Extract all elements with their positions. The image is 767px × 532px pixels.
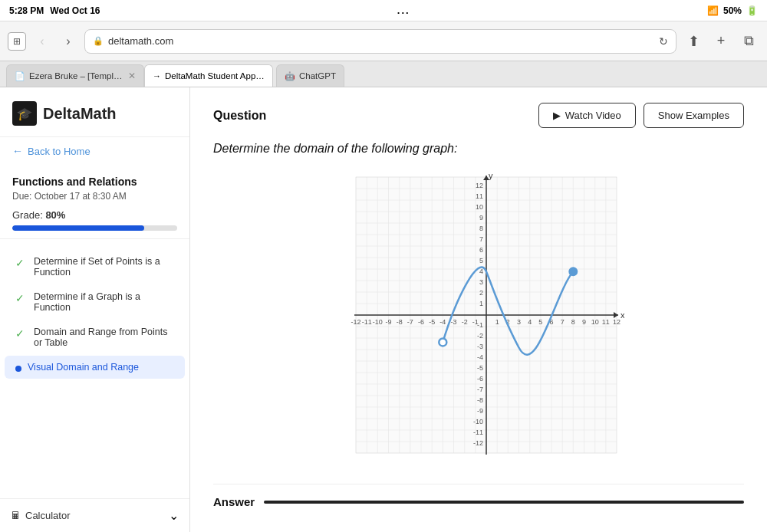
tab-close-genghis[interactable]: ✕ [128, 71, 136, 81]
svg-text:3: 3 [517, 318, 521, 326]
tab-deltamath[interactable]: → DeltaMath Student Application [144, 64, 273, 87]
back-nav-button[interactable]: ‹ [32, 31, 52, 51]
svg-text:-2: -2 [477, 332, 483, 340]
content-area: Question ▶ Watch Video Show Examples Det… [190, 87, 767, 532]
watch-video-label: Watch Video [565, 110, 621, 121]
svg-text:-6: -6 [477, 375, 483, 383]
tab-label-deltamath: DeltaMath Student Application [165, 71, 265, 80]
sidebar-item-graph-function[interactable]: ✓ Determine if a Graph is a Function [5, 285, 185, 319]
progress-bar-fill [12, 225, 144, 231]
svg-text:3: 3 [479, 278, 483, 286]
address-bar[interactable]: 🔒 deltamath.com ↻ [84, 29, 676, 54]
sidebar-logo: 🎓 DeltaMath [0, 87, 189, 137]
sidebar-toggle-icon: ⊞ [13, 36, 21, 47]
svg-text:-3: -3 [450, 318, 456, 326]
back-to-home-link[interactable]: ← Back to Home [0, 137, 189, 165]
forward-nav-button[interactable]: › [58, 31, 78, 51]
svg-text:4: 4 [528, 318, 532, 326]
svg-text:5: 5 [479, 257, 483, 264]
status-ellipsis: ... [397, 5, 410, 16]
watch-video-button[interactable]: ▶ Watch Video [538, 103, 636, 128]
answer-input-bar [264, 501, 744, 504]
svg-text:-9: -9 [385, 318, 391, 326]
nav-label-3: Domain and Range from Points or Table [34, 327, 174, 348]
tab-genghis[interactable]: 📄 Ezera Bruke – [Template] Genghis Khan … [6, 64, 144, 87]
nav-label-2: Determine if a Graph is a Function [34, 291, 174, 313]
calculator-text: Calculator [25, 510, 71, 521]
tab-favicon-chatgpt: 🤖 [285, 71, 295, 81]
tab-favicon-genghis: 📄 [15, 71, 25, 81]
svg-text:-4: -4 [439, 318, 446, 326]
back-arrow-icon: ← [12, 145, 23, 157]
svg-text:-9: -9 [477, 407, 483, 415]
question-text: Determine the domain of the following gr… [213, 142, 744, 156]
share-button[interactable]: ⬆ [683, 31, 704, 52]
x-axis-label: x [621, 310, 624, 320]
svg-text:-7: -7 [407, 318, 413, 326]
reload-button[interactable]: ↻ [659, 35, 668, 48]
svg-text:-7: -7 [477, 386, 483, 393]
svg-text:10: 10 [476, 203, 483, 211]
svg-text:-1: -1 [477, 321, 483, 329]
svg-text:-4: -4 [477, 353, 483, 361]
status-bar: 5:28 PM Wed Oct 16 ... 📶 50% 🔋 [0, 0, 767, 21]
add-tab-button[interactable]: + [710, 31, 732, 52]
nav-label-4: Visual Domain and Range [28, 362, 139, 373]
sidebar-item-domain-range-points[interactable]: ✓ Domain and Range from Points or Table [5, 320, 185, 354]
tabs-button[interactable]: ⧉ [738, 31, 759, 52]
question-header: Question ▶ Watch Video Show Examples [213, 103, 744, 128]
svg-text:1: 1 [495, 318, 499, 326]
svg-text:10: 10 [591, 318, 599, 326]
svg-text:2: 2 [479, 289, 483, 297]
status-left: 5:28 PM Wed Oct 16 [9, 5, 100, 16]
svg-text:-12: -12 [351, 318, 360, 326]
svg-text:7: 7 [479, 235, 483, 243]
svg-text:12: 12 [613, 318, 621, 326]
svg-text:9: 9 [582, 318, 586, 326]
tab-favicon-deltamath: → [153, 71, 161, 80]
day: Wed Oct 16 [50, 5, 100, 16]
mortarboard-icon: 🎓 [17, 107, 32, 121]
nav-items: ✓ Determine if Set of Points is a Functi… [0, 239, 189, 498]
sidebar-toggle-button[interactable]: ⊞ [8, 32, 26, 51]
browser-actions: ⬆ + ⧉ [683, 31, 759, 52]
tab-label-genghis: Ezera Bruke – [Template] Genghis Khan Go… [29, 71, 124, 80]
battery-icon: 🔋 [746, 5, 758, 16]
header-buttons: ▶ Watch Video Show Examples [538, 103, 744, 128]
svg-text:-5: -5 [477, 364, 483, 372]
svg-text:8: 8 [571, 318, 575, 326]
calculator-label: 🖩 Calculator [11, 510, 71, 521]
main-layout: 🎓 DeltaMath ← Back to Home Functions and… [0, 87, 767, 532]
due-date: Due: October 17 at 8:30 AM [12, 191, 177, 202]
show-examples-button[interactable]: Show Examples [644, 103, 744, 128]
svg-text:-8: -8 [477, 396, 483, 404]
svg-text:-11: -11 [473, 429, 483, 436]
status-right: 📶 50% 🔋 [707, 5, 758, 16]
svg-text:12: 12 [476, 182, 483, 189]
answer-section: Answer [213, 484, 744, 508]
svg-text:9: 9 [479, 214, 483, 222]
back-to-home-label: Back to Home [28, 146, 91, 157]
closed-dot [569, 268, 577, 275]
nav-label-1: Determine if Set of Points is a Function [34, 256, 174, 277]
progress-bar-background [12, 225, 177, 231]
logo-text: DeltaMath [43, 105, 117, 123]
calculator-footer[interactable]: 🖩 Calculator ⌄ [0, 498, 189, 532]
svg-text:7: 7 [561, 318, 565, 326]
sidebar-item-set-of-points[interactable]: ✓ Determine if Set of Points is a Functi… [5, 250, 185, 284]
sidebar-item-visual-domain-range[interactable]: Visual Domain and Range [5, 356, 185, 379]
svg-text:-5: -5 [429, 318, 435, 326]
assignment-section: Functions and Relations Due: October 17 … [0, 165, 189, 239]
svg-text:-10: -10 [373, 318, 383, 326]
y-axis-label: y [489, 171, 493, 180]
assignment-title: Functions and Relations [12, 176, 177, 188]
check-icon-3: ✓ [15, 327, 28, 340]
tab-chatgpt[interactable]: 🤖 ChatGPT [276, 64, 344, 87]
svg-text:-10: -10 [473, 418, 483, 425]
graph-svg: x y -12 -11 -10 -9 -8 -7 -6 -5 -4 -3 [333, 169, 624, 468]
svg-text:8: 8 [479, 225, 483, 232]
lock-icon: 🔒 [93, 36, 104, 46]
answer-label: Answer [213, 495, 255, 508]
svg-text:-12: -12 [473, 439, 483, 447]
battery-label: 50% [723, 5, 742, 16]
